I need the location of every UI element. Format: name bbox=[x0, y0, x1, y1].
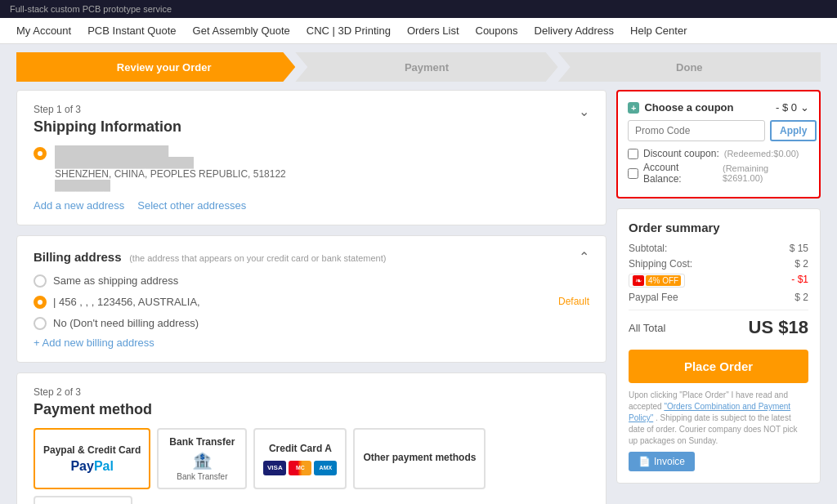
add-billing-link[interactable]: + Add new billing address bbox=[34, 337, 589, 349]
right-panel: + Choose a coupon - $ 0 ⌄ Apply Discount… bbox=[616, 90, 821, 504]
billing-radio-no[interactable] bbox=[34, 317, 47, 330]
chevron-down-icon[interactable]: ⌄ bbox=[800, 101, 809, 114]
billing-card: Billing address (the address that appear… bbox=[16, 235, 606, 363]
top-bar: Full-stack custom PCB prototype service bbox=[0, 0, 837, 18]
nav-orders[interactable]: Orders List bbox=[407, 25, 459, 37]
discount-coupon-note: (Redeemed:$0.00) bbox=[724, 149, 799, 158]
summary-title: Order summary bbox=[629, 221, 808, 234]
billing-radio-same[interactable] bbox=[34, 274, 47, 288]
shipping-address-line3: SHENZHEN, CHINA, PEOPLES REPUBLIC, 51812… bbox=[55, 168, 286, 180]
add-address-link[interactable]: Add a new address bbox=[34, 199, 124, 212]
bank-title: Bank Transfer bbox=[169, 436, 235, 448]
billing-same-label: Same as shipping address bbox=[53, 274, 178, 287]
terms-text: Upon clicking "Place Order" I have read … bbox=[629, 390, 808, 447]
select-address-link[interactable]: Select other addresses bbox=[137, 199, 246, 212]
shipping-step-label: Step 1 of 3 bbox=[34, 104, 181, 115]
nav-coupons[interactable]: Coupons bbox=[476, 25, 518, 37]
bank-icon: 🏦 bbox=[192, 451, 213, 471]
nav-cnc[interactable]: CNC | 3D Printing bbox=[307, 25, 391, 37]
billing-title: Billing address bbox=[34, 250, 122, 264]
payment-method-sharing[interactable]: Payment sharing bbox=[34, 496, 132, 504]
total-row: All Total US $18 bbox=[629, 317, 808, 338]
shipping-label: Shipping Cost: bbox=[629, 258, 692, 270]
shipping-radio-selected[interactable] bbox=[34, 147, 47, 160]
payment-method-other[interactable]: Other payment methods bbox=[353, 428, 486, 489]
subtotal-value: $ 15 bbox=[790, 243, 808, 254]
discount-row: ❧ 4% OFF - $1 bbox=[629, 274, 808, 288]
discount-value: - $1 bbox=[791, 274, 808, 288]
badge-orange: 4% OFF bbox=[646, 275, 681, 286]
nav-assembly-quote[interactable]: Get Assembly Quote bbox=[193, 25, 290, 37]
paypal-fee-label: Paypal Fee bbox=[629, 292, 678, 303]
nav-delivery[interactable]: Delivery Address bbox=[535, 25, 615, 37]
nav-help[interactable]: Help Center bbox=[630, 25, 687, 37]
payment-card: Step 2 of 3 Payment method Paypal & Cred… bbox=[16, 372, 606, 504]
payment-step-label: Step 2 of 3 bbox=[34, 386, 589, 398]
subtotal-label: Subtotal: bbox=[629, 243, 667, 254]
paypal-title: Paypal & Credit Card bbox=[43, 444, 141, 456]
account-balance-label: Account Balance: bbox=[643, 162, 718, 185]
billing-no-label: No (Don't need billing address) bbox=[53, 317, 199, 329]
main-content: Step 1 of 3 Shipping Information ⌄ █████… bbox=[0, 90, 837, 504]
mastercard-icon: MC bbox=[289, 461, 311, 475]
subtotal-row: Subtotal: $ 15 bbox=[629, 243, 808, 254]
total-label: All Total bbox=[629, 322, 665, 334]
total-amount: US $18 bbox=[749, 317, 808, 338]
payment-method-credit-a[interactable]: Credit Card A VISA MC AMX bbox=[253, 428, 347, 489]
billing-no-row: No (Don't need billing address) bbox=[34, 315, 589, 330]
place-order-button[interactable]: Place Order bbox=[629, 350, 808, 383]
discount-coupon-row: Discount coupon: (Redeemed:$0.00) bbox=[628, 148, 809, 159]
discount-coupon-label: Discount coupon: bbox=[643, 148, 719, 159]
coupon-card: + Choose a coupon - $ 0 ⌄ Apply Discount… bbox=[616, 90, 821, 198]
promo-input[interactable] bbox=[628, 120, 765, 141]
shipping-address-line1: ████████ ████████ bbox=[55, 145, 286, 157]
progress-step-review: Review your Order bbox=[16, 52, 295, 82]
billing-note: (the address that appears on your credit… bbox=[129, 253, 386, 263]
billing-same-row: Same as shipping address bbox=[34, 273, 589, 288]
progress-bar: Review your Order Payment Done bbox=[16, 52, 821, 82]
invoice-button[interactable]: 📄 Invoice bbox=[629, 452, 695, 471]
billing-chevron[interactable]: ⌃ bbox=[579, 249, 589, 265]
account-balance-row: Account Balance: (Remaining $2691.00) bbox=[628, 162, 809, 185]
progress-step-done: Done bbox=[558, 52, 821, 82]
payment-title: Payment method bbox=[34, 401, 589, 418]
apply-button[interactable]: Apply bbox=[770, 120, 817, 141]
shipping-address-row: ████████ ████████ ████████████████████ S… bbox=[34, 145, 589, 191]
shipping-address-line4: ████████ bbox=[55, 180, 286, 191]
bank-subtitle: Bank Transfer bbox=[177, 472, 227, 481]
discount-badge-container: ❧ 4% OFF bbox=[629, 274, 685, 288]
payment-methods: Paypal & Credit Card PayPal Bank Transfe… bbox=[34, 428, 589, 504]
shipping-row: Shipping Cost: $ 2 bbox=[629, 258, 808, 270]
payment-method-paypal[interactable]: Paypal & Credit Card PayPal bbox=[34, 428, 150, 489]
nav-pcb-quote[interactable]: PCB Instant Quote bbox=[87, 25, 176, 37]
coupon-header: + Choose a coupon - $ 0 ⌄ bbox=[628, 101, 809, 114]
discount-coupon-checkbox[interactable] bbox=[628, 149, 638, 159]
left-panel: Step 1 of 3 Shipping Information ⌄ █████… bbox=[16, 90, 606, 504]
paypal-fee-value: $ 2 bbox=[794, 292, 808, 303]
progress-step-payment: Payment bbox=[295, 52, 557, 82]
account-balance-checkbox[interactable] bbox=[628, 168, 638, 179]
shipping-card: Step 1 of 3 Shipping Information ⌄ █████… bbox=[16, 90, 606, 225]
amex-icon: AMX bbox=[314, 461, 337, 475]
coupon-icon: + bbox=[628, 102, 639, 114]
discount-badge: ❧ 4% OFF bbox=[629, 274, 685, 288]
order-summary-card: Order summary Subtotal: $ 15 Shipping Co… bbox=[616, 208, 821, 484]
paypal-logo: PayPal bbox=[70, 459, 113, 474]
visa-icon: VISA bbox=[263, 461, 286, 475]
nav-my-account[interactable]: My Account bbox=[16, 25, 71, 37]
coupon-title-text: Choose a coupon bbox=[644, 101, 733, 114]
billing-radio-selected[interactable] bbox=[34, 296, 47, 309]
shipping-value: $ 2 bbox=[794, 258, 808, 270]
billing-address-label: | 456 , , , 123456, AUSTRALIA, bbox=[53, 296, 200, 308]
summary-divider bbox=[629, 310, 808, 310]
coupon-title-row: + Choose a coupon bbox=[628, 101, 734, 114]
badge-red: ❧ bbox=[633, 275, 644, 286]
account-balance-note: (Remaining $2691.00) bbox=[723, 163, 809, 183]
shipping-chevron[interactable]: ⌄ bbox=[579, 104, 589, 119]
payment-method-bank[interactable]: Bank Transfer 🏦 Bank Transfer bbox=[157, 428, 247, 489]
top-bar-text: Full-stack custom PCB prototype service bbox=[10, 4, 172, 14]
billing-address-row: | 456 , , , 123456, AUSTRALIA, Default bbox=[34, 294, 589, 309]
other-title: Other payment methods bbox=[363, 452, 476, 463]
credit-a-title: Credit Card A bbox=[269, 443, 332, 454]
address-actions: Add a new address Select other addresses bbox=[34, 199, 589, 212]
